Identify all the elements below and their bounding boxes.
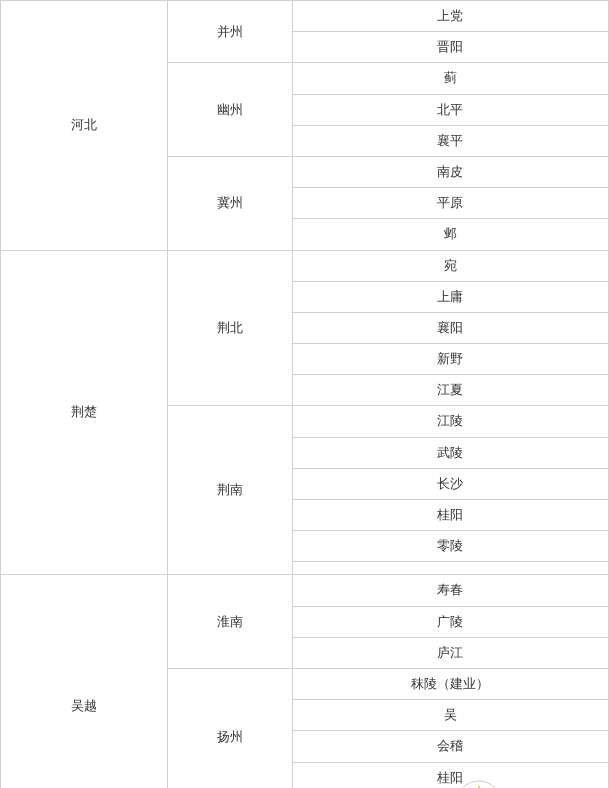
city-huiji: 会稽 — [292, 731, 608, 762]
subregion-bingzhou: 并州 — [167, 1, 292, 63]
city-moling: 秣陵（建业） — [292, 668, 608, 699]
city-guiyang-jingnan: 桂阳 — [292, 500, 608, 531]
city-shouchun: 寿春 — [292, 575, 608, 606]
city-ye: 邺 — [292, 219, 608, 250]
city-wu: 吴 — [292, 700, 608, 731]
city-changsha: 长沙 — [292, 468, 608, 499]
city-wuling: 武陵 — [292, 437, 608, 468]
subregion-jingnan: 荆南 — [167, 406, 292, 575]
city-xiangping: 襄平 — [292, 125, 608, 156]
city-lingling: 零陵 — [292, 531, 608, 562]
subregion-youzhou: 幽州 — [167, 63, 292, 157]
city-ji: 蓟 — [292, 63, 608, 94]
city-beiping: 北平 — [292, 94, 608, 125]
region-jingchu: 荆楚 — [1, 250, 168, 575]
subregion-huainan: 淮南 — [167, 575, 292, 669]
city-shangyong: 上庸 — [292, 281, 608, 312]
watermark-logo — [455, 780, 503, 788]
city-guangling: 广陵 — [292, 606, 608, 637]
city-nanpi: 南皮 — [292, 156, 608, 187]
subregion-yangzhou: 扬州 — [167, 668, 292, 788]
city-shangdang: 上党 — [292, 1, 608, 32]
data-table: 河北 并州 上党 晋阳 幽州 蓟 北平 襄平 冀州 — [0, 0, 609, 788]
main-container: 河北 并州 上党 晋阳 幽州 蓟 北平 襄平 冀州 — [0, 0, 609, 788]
city-wan: 宛 — [292, 250, 608, 281]
subregion-jizhou: 冀州 — [167, 156, 292, 250]
city-pingyuan: 平原 — [292, 188, 608, 219]
region-wuyue: 吴越 — [1, 575, 168, 788]
city-jiangxia: 江夏 — [292, 375, 608, 406]
city-lujiang: 庐江 — [292, 637, 608, 668]
table-row: 河北 并州 上党 — [1, 1, 609, 32]
table-row: 吴越 淮南 寿春 — [1, 575, 609, 606]
city-xinye: 新野 — [292, 344, 608, 375]
subregion-jingbei: 荆北 — [167, 250, 292, 406]
city-empty-jingnan — [292, 562, 608, 575]
table-row: 荆楚 荆北 宛 — [1, 250, 609, 281]
watermark: 盛典游戏园 — [455, 780, 599, 788]
city-jinyang: 晋阳 — [292, 32, 608, 63]
region-hebei: 河北 — [1, 1, 168, 251]
city-jiangling: 江陵 — [292, 406, 608, 437]
city-xiangyang: 襄阳 — [292, 312, 608, 343]
